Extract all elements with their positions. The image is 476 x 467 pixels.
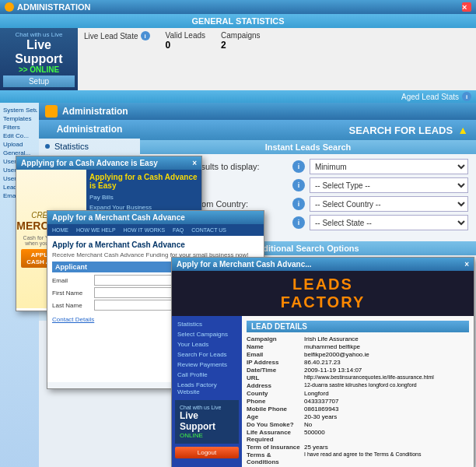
window-title: ADMINISTRATION [17, 2, 91, 12]
name-value: muhammed belfikpe [304, 343, 469, 350]
state-select[interactable]: -- Select State -- [310, 215, 468, 230]
campaigns-value: 2 [221, 40, 261, 51]
top-section: Chat with us Live LiveSupport >> ONLINE … [0, 28, 476, 90]
leads-nav-search-leads[interactable]: Search For Leads [175, 349, 239, 360]
merchant-nav-how-help[interactable]: HOW WE HELP [73, 226, 119, 234]
title-bar: ADMINISTRATION × [0, 0, 476, 14]
campaigns-label: Campaigns [221, 31, 261, 40]
county-label: County [247, 390, 301, 397]
leads-body: Statistics Select Campaigns Your Leads S… [172, 316, 474, 467]
leads-nav-website[interactable]: Leads Factory Website [175, 380, 239, 397]
term-value: 25 years [304, 444, 469, 451]
email-value: belfikpe2000@yahoo.ie [304, 351, 469, 358]
live-lead-state-label: Live Lead State i [84, 31, 150, 40]
search-icon: ▲ [457, 124, 468, 136]
lead-type-select[interactable]: -- Select Type -- [310, 177, 468, 193]
ip-label: IP Address [247, 359, 301, 366]
terms-label: Terms & Conditions [247, 451, 301, 465]
title-bar-left: ADMINISTRATION [5, 2, 91, 12]
search-header: SEARCH FOR LEADS ▲ [140, 120, 476, 140]
smoke-label: Do You Smoke? [247, 421, 301, 428]
leads-details-grid: Campaign Irish Life Assurance Name muham… [247, 335, 469, 465]
life-assurance-value: 500000 [304, 429, 469, 443]
list-item-1: Pay Bills [89, 193, 198, 203]
info-icon-country[interactable]: i [292, 198, 305, 210]
valid-leads-label: Valid Leads [166, 31, 206, 40]
terms-value: I have read and agree to the Terms & Con… [304, 451, 469, 465]
smoke-value: No [304, 421, 469, 428]
info-icon-1[interactable]: i [141, 31, 150, 40]
lastname-label: Last Name [52, 302, 91, 309]
setup-button[interactable]: Setup [3, 75, 75, 87]
leads-close-icon[interactable]: × [464, 260, 469, 269]
sidebar-item-templates[interactable]: Templates [2, 114, 37, 123]
stats-row: Live Lead State i Valid Leads 0 Campaign… [84, 31, 470, 51]
credit-title-bar: Applying for a Cash Advance is Easy × [16, 156, 201, 170]
admin-window: ADMINISTRATION × GENERAL STATISTICS Chat… [0, 0, 476, 467]
credit-close-icon[interactable]: × [192, 159, 197, 167]
valid-leads-col: Valid Leads 0 [166, 31, 206, 51]
campaigns-col: Campaigns 2 [221, 31, 261, 51]
address-label: Address [247, 382, 301, 389]
chat-text: Chat with us Live [3, 31, 75, 38]
info-icon-aged[interactable]: i [462, 92, 471, 101]
admin-title-bar: Administration [39, 103, 476, 120]
sidebar-item-system-setup[interactable]: System Setup (Start HERE) [2, 106, 37, 114]
county-value: Longford [304, 390, 469, 397]
sidebar-item-upload[interactable]: Upload [2, 140, 37, 149]
age-value: 20-30 years [304, 413, 469, 420]
merchant-nav-faq[interactable]: FAQ [170, 226, 187, 234]
leads-window-title: Apply for a Merchant Cash Advanc... [177, 260, 312, 269]
sidebar-item-filters[interactable]: Filters [2, 123, 37, 132]
campaign-value: Irish Life Assurance [304, 335, 469, 342]
mobile-label: Mobile Phone [247, 406, 301, 413]
country-select[interactable]: -- Select Country -- [310, 196, 468, 212]
ip-value: 86.40.217.23 [304, 359, 469, 366]
url-label: URL [247, 374, 301, 381]
leads-online-text: ONLINE [180, 432, 234, 439]
info-icon-state[interactable]: i [292, 216, 305, 229]
live-text: LiveSupport [3, 38, 75, 65]
merchant-nav-contact[interactable]: CONTACT US [188, 226, 229, 234]
general-stats-bar: GENERAL STATISTICS [0, 14, 476, 28]
leads-nav-your-leads[interactable]: Your Leads [175, 339, 239, 349]
mobile-value: 0861869943 [304, 406, 469, 413]
leads-logo-bar: LEADS FACTORY [172, 271, 474, 316]
merchant-nav-how-works[interactable]: HOW IT WORKS [121, 226, 169, 234]
info-icon-results[interactable]: i [292, 160, 305, 173]
firstname-label: First Name [52, 290, 91, 297]
online-text: >> ONLINE [3, 65, 75, 74]
leads-logo: LEADS FACTORY [180, 276, 466, 311]
nav-statistics[interactable]: Statistics [39, 139, 140, 154]
merchant-heading: Apply for a Merchant Cash Advance [52, 241, 259, 249]
instant-search-bar: Instant Leads Search [140, 140, 476, 154]
leads-title-bar: Apply for a Merchant Cash Advanc... × [172, 258, 474, 271]
datetime-value: 2009-11-19 13:14:07 [304, 367, 469, 374]
leads-logout-button[interactable]: Logout [175, 447, 239, 458]
sidebar-item-edit-co[interactable]: Edit Co... [2, 132, 37, 140]
datetime-label: Date/Time [247, 367, 301, 374]
leads-chat-text: Chat with us Live [180, 405, 234, 410]
life-assurance-label: Life Assurance Required [247, 429, 301, 443]
close-icon[interactable]: × [462, 2, 471, 12]
results-select[interactable]: Minimum [310, 159, 468, 174]
term-label: Term of Insurance [247, 444, 301, 451]
phone-label: Phone [247, 398, 301, 405]
valid-leads-value: 0 [166, 40, 206, 51]
admin-icon-main [45, 105, 58, 118]
merchant-nav-home[interactable]: HOME [49, 226, 72, 234]
info-icon-type[interactable]: i [292, 179, 305, 191]
address-value: 12-duarra sastre kilrushes longford co.l… [304, 382, 469, 389]
leads-live-support: Chat with us Live Live Support ONLINE [175, 400, 239, 444]
leads-nav-statistics[interactable]: Statistics [175, 319, 239, 329]
leads-nav-campaigns[interactable]: Select Campaigns [175, 329, 239, 339]
admin-icon-small [5, 2, 14, 12]
age-label: Age [247, 413, 301, 420]
credit-right-title: Applying for a Cash Advance is Easy [89, 173, 198, 190]
email-label-detail: Email [247, 351, 301, 358]
leads-window: Apply for a Merchant Cash Advanc... × LE… [171, 257, 474, 467]
nav-bullet [45, 144, 50, 149]
leads-nav-call-profile[interactable]: Call Profile [175, 370, 239, 380]
name-label: Name [247, 343, 301, 350]
leads-nav-payments[interactable]: Review Payments [175, 360, 239, 370]
